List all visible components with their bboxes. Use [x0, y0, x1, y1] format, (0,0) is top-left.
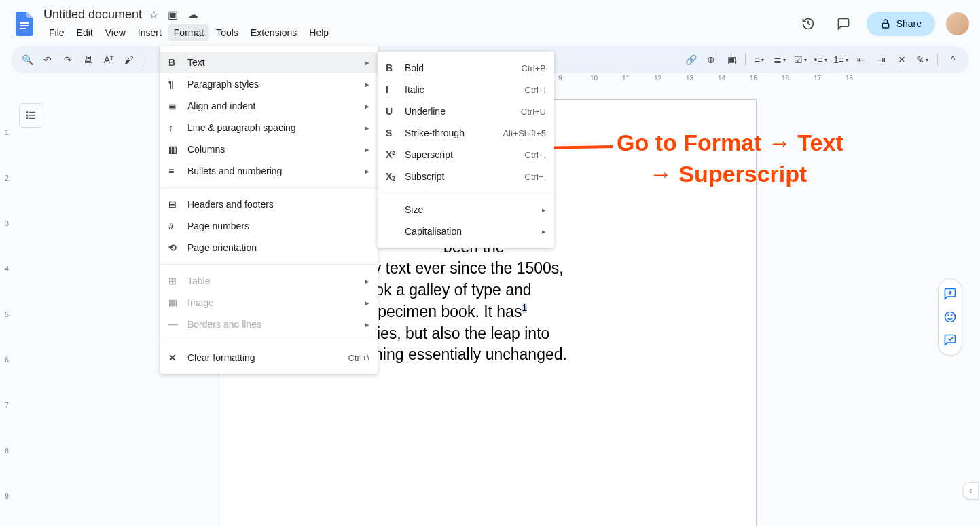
submenu-arrow-icon: ▸ [365, 320, 369, 329]
menu-extensions[interactable]: Extensions [245, 24, 302, 41]
comment-rail [938, 278, 962, 356]
svg-point-7 [26, 112, 28, 113]
suggest-edits-icon[interactable] [942, 332, 958, 348]
line-spacing-icon[interactable]: ≣ [770, 50, 789, 69]
headers-and-footers-icon: ⊟ [168, 199, 187, 210]
menu-format[interactable]: Format [168, 24, 209, 41]
svg-point-8 [26, 115, 28, 116]
insert-image-icon[interactable]: ▣ [722, 50, 741, 69]
menu-edit[interactable]: Edit [71, 24, 98, 41]
format-menu-item-headers-and-footers[interactable]: ⊟Headers and footers [160, 193, 378, 215]
indent-decrease-icon[interactable]: ⇤ [852, 50, 871, 69]
vertical-ruler[interactable]: 12345678910 [0, 80, 12, 526]
submenu-arrow-icon: ▸ [365, 124, 369, 132]
format-menu-item-table: ⊞Table▸ [160, 270, 378, 292]
align-and-indent-icon: ≣ [168, 100, 187, 111]
text-submenu-item-superscript[interactable]: X²SuperscriptCtrl+. [378, 144, 554, 166]
text-submenu-item-strike-through[interactable]: SStrike-throughAlt+Shift+5 [378, 122, 554, 144]
svg-rect-2 [20, 28, 26, 29]
image-icon: ▣ [168, 297, 187, 308]
superscript-icon: X² [386, 149, 405, 160]
submenu-arrow-icon: ▸ [365, 80, 369, 89]
text-submenu: BBoldCtrl+BIItalicCtrl+IUUnderlineCtrl+U… [378, 52, 554, 248]
format-menu-item-page-numbers[interactable]: #Page numbers [160, 215, 378, 237]
format-menu-item-text[interactable]: BText▸ [160, 52, 378, 73]
annotation-text: Go to Format → Text → Superscript [617, 128, 843, 190]
format-menu-item-paragraph-styles[interactable]: ¶Paragraph styles▸ [160, 73, 378, 95]
paint-format-icon[interactable]: 🖌 [120, 50, 139, 69]
explore-button[interactable]: ‹ [962, 482, 979, 500]
menu-help[interactable]: Help [304, 24, 334, 41]
comments-icon[interactable] [831, 12, 856, 36]
text-submenu-item-size[interactable]: Size▸ [378, 199, 554, 221]
submenu-arrow-icon: ▸ [365, 299, 369, 307]
svg-rect-3 [882, 23, 888, 28]
undo-icon[interactable]: ↶ [38, 50, 57, 69]
add-comment-icon[interactable]: ⊕ [702, 50, 721, 69]
bullets-and-numbering-icon: ≡ [168, 166, 187, 176]
collapse-toolbar-icon[interactable]: ^ [943, 50, 962, 69]
format-menu-item-line-paragraph-spacing[interactable]: ↕Line & paragraph spacing▸ [160, 117, 378, 138]
format-menu-item-borders-and-lines: —Borders and lines▸ [160, 314, 378, 335]
table-icon: ⊞ [168, 276, 187, 286]
search-tb-icon[interactable]: 🔍 [18, 50, 37, 69]
print-icon[interactable]: 🖶 [79, 50, 98, 69]
spellcheck-icon[interactable]: Aᵀ [99, 50, 118, 69]
svg-point-14 [951, 315, 952, 316]
underline-icon: U [386, 106, 405, 117]
star-icon[interactable]: ☆ [149, 8, 158, 21]
text-submenu-item-underline[interactable]: UUnderlineCtrl+U [378, 100, 554, 122]
account-avatar[interactable] [946, 12, 969, 35]
submenu-arrow-icon: ▸ [542, 206, 546, 214]
bulleted-list-icon[interactable]: •≡ [811, 50, 830, 69]
share-label: Share [896, 18, 922, 29]
move-icon[interactable]: ▣ [168, 8, 178, 21]
add-comment-rail-icon[interactable] [942, 286, 958, 302]
format-menu-item-clear-formatting[interactable]: ✕Clear formattingCtrl+\ [160, 347, 378, 369]
line-paragraph-spacing-icon: ↕ [168, 122, 187, 133]
strike-through-icon: S [386, 128, 405, 138]
editing-mode-icon[interactable]: ✎ [913, 50, 932, 69]
text-submenu-item-bold[interactable]: BBoldCtrl+B [378, 57, 554, 79]
numbered-list-icon[interactable]: 1≡ [831, 50, 850, 69]
format-menu-item-align-and-indent[interactable]: ≣Align and indent▸ [160, 95, 378, 117]
svg-rect-0 [20, 22, 29, 24]
document-title[interactable]: Untitled document [43, 7, 142, 22]
format-menu-item-page-orientation[interactable]: ⟲Page orientation [160, 237, 378, 259]
emoji-reaction-icon[interactable] [942, 309, 958, 325]
docs-logo[interactable] [11, 10, 38, 37]
subscript-icon: X₂ [386, 171, 405, 182]
insert-link-icon[interactable]: 🔗 [681, 50, 700, 69]
clear-format-icon[interactable]: ✕ [892, 50, 911, 69]
indent-increase-icon[interactable]: ⇥ [872, 50, 891, 69]
columns-icon: ▥ [168, 144, 187, 155]
borders-and-lines-icon: — [168, 319, 187, 330]
paragraph-styles-icon: ¶ [168, 79, 187, 90]
bold-icon: B [386, 62, 405, 73]
menu-tools[interactable]: Tools [211, 24, 244, 41]
outline-toggle-icon[interactable] [19, 103, 43, 128]
menu-view[interactable]: View [100, 24, 131, 41]
menu-insert[interactable]: Insert [132, 24, 167, 41]
page-orientation-icon: ⟲ [168, 242, 187, 253]
format-menu-item-image: ▣Image▸ [160, 292, 378, 314]
text-submenu-item-subscript[interactable]: X₂SubscriptCtrl+, [378, 166, 554, 187]
text-submenu-item-italic[interactable]: IItalicCtrl+I [378, 79, 554, 100]
italic-icon: I [386, 84, 405, 95]
format-dropdown: BText▸¶Paragraph styles▸≣Align and inden… [160, 46, 378, 374]
submenu-arrow-icon: ▸ [365, 277, 369, 286]
submenu-arrow-icon: ▸ [365, 58, 369, 67]
cloud-status-icon[interactable]: ☁ [187, 8, 198, 21]
share-button[interactable]: Share [867, 12, 935, 36]
align-icon[interactable]: ≡ [750, 50, 769, 69]
text-submenu-item-capitalisation[interactable]: Capitalisation▸ [378, 221, 554, 242]
page-numbers-icon: # [168, 221, 187, 231]
menu-file[interactable]: File [43, 24, 70, 41]
format-menu-item-bullets-and-numbering[interactable]: ≡Bullets and numbering▸ [160, 160, 378, 182]
app-header: Untitled document ☆ ▣ ☁ File Edit View I… [0, 0, 980, 42]
redo-icon[interactable]: ↷ [58, 50, 77, 69]
format-menu-item-columns[interactable]: ▥Columns▸ [160, 138, 378, 160]
svg-point-9 [26, 118, 28, 119]
history-icon[interactable] [796, 12, 820, 36]
checklist-icon[interactable]: ☑ [791, 50, 810, 69]
